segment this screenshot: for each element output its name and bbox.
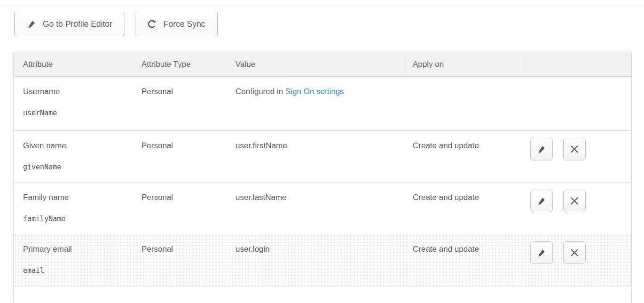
app-content: Go to Profile Editor Force Sync Attribut… [0,5,644,303]
force-sync-button[interactable]: Force Sync [135,12,218,36]
value-cell: user.firstName [226,131,403,182]
delete-x-icon [570,144,579,154]
actions-cell [521,183,631,234]
edit-pencil-icon [536,144,547,154]
value-cell: user.login [226,234,403,287]
go-to-profile-editor-button[interactable]: Go to Profile Editor [14,12,125,36]
attribute-cell: Username userName [14,77,132,130]
table-row: Primary email email Personal user.login … [14,234,631,287]
column-header-attribute-type: Attribute Type [132,52,226,76]
column-header-attribute: Attribute [14,52,132,76]
value-text: Configured in [236,87,285,96]
attribute-code: familyName [23,214,127,224]
attribute-cell: Primary email email [14,234,132,287]
table-row: Given name givenName Personal user.first… [14,131,631,183]
edit-pencil-icon [536,247,547,258]
attribute-code: userName [23,108,127,118]
apply-on-cell: Create and update [403,234,521,287]
value-cell: Configured in Sign On settings [226,77,403,130]
column-header-apply-on: Apply on [403,52,521,76]
attribute-type-cell: Personal [132,131,226,182]
delete-attribute-button[interactable] [563,190,586,212]
attribute-label: Username [23,87,127,97]
attribute-mapping-table: Attribute Attribute Type Value Apply on … [13,52,632,303]
edit-attribute-button[interactable] [530,138,553,160]
go-to-profile-editor-label: Go to Profile Editor [43,19,112,29]
attribute-type-cell: Personal [132,234,226,287]
apply-on-cell [403,77,521,130]
actions-cell [521,77,631,130]
attribute-type-cell: Personal [132,183,226,234]
attribute-label: Primary email [23,244,127,255]
attribute-code: givenName [23,162,127,172]
attribute-label: Given name [23,141,127,151]
top-divider [0,0,644,4]
column-header-actions [521,52,631,76]
table-empty-area [14,287,631,303]
delete-x-icon [570,196,579,206]
delete-attribute-button[interactable] [563,241,586,264]
apply-on-cell: Create and update [403,131,521,182]
apply-on-cell: Create and update [403,183,521,234]
table-row: Username userName Personal Configured in… [14,77,631,131]
attribute-label: Family name [23,192,127,203]
refresh-icon [147,19,157,29]
actions-cell [521,131,631,182]
force-sync-label: Force Sync [164,19,205,29]
attribute-cell: Family name familyName [14,183,132,234]
edit-attribute-button[interactable] [530,241,553,264]
delete-x-icon [570,248,579,257]
sign-on-settings-link[interactable]: Sign On settings [285,87,344,96]
attribute-code: email [23,265,127,276]
edit-pencil-icon [536,196,547,206]
column-header-value: Value [226,52,403,76]
pencil-icon [26,19,37,29]
attribute-cell: Given name givenName [14,131,132,182]
table-header-row: Attribute Attribute Type Value Apply on [14,52,631,77]
actions-cell [521,234,631,287]
toolbar: Go to Profile Editor Force Sync [14,12,218,36]
edit-attribute-button[interactable] [530,190,553,212]
attribute-type-cell: Personal [132,77,226,130]
delete-attribute-button[interactable] [563,138,586,160]
table-row: Family name familyName Personal user.las… [14,183,631,234]
value-cell: user.lastName [226,183,403,234]
